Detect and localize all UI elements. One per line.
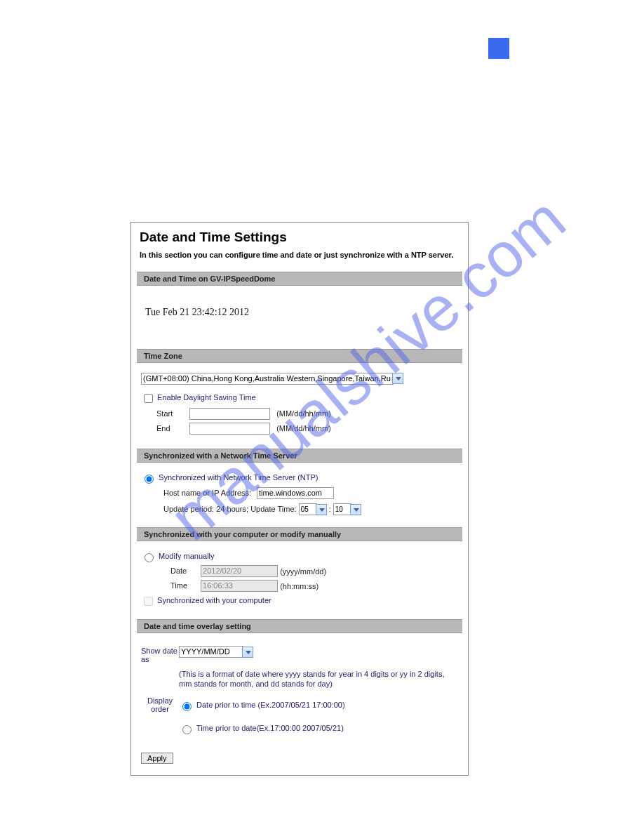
manual-radio[interactable] — [145, 553, 154, 562]
section-header-ntp: Synchronized with a Network Time Server — [137, 449, 462, 463]
manual-date-label: Date — [170, 567, 199, 575]
manual-time-input[interactable] — [201, 580, 278, 592]
section-header-current: Date and Time on GV-IPSpeedDome — [137, 272, 462, 286]
enable-dst-checkbox[interactable] — [144, 394, 153, 403]
current-datetime: Tue Feb 21 23:42:12 2012 — [137, 294, 462, 346]
ntp-host-label: Host name or IP Address: — [163, 489, 255, 497]
timezone-select[interactable] — [141, 373, 394, 385]
settings-panel: Date and Time Settings In this section y… — [130, 222, 469, 776]
section-header-overlay: Date and time overlay setting — [137, 619, 462, 633]
sync-computer-checkbox[interactable] — [144, 597, 153, 606]
ntp-hour-select[interactable] — [299, 503, 317, 515]
dst-end-hint: (MM/dd/hh/mm) — [276, 424, 331, 432]
chevron-down-icon[interactable] — [316, 504, 327, 515]
manual-radio-label: Modify manually — [159, 552, 214, 560]
format-hint: (This is a format of date where yyyy sta… — [137, 665, 462, 696]
date-prior-label: Date prior to time (Ex.2007/05/21 17:00:… — [196, 701, 345, 709]
chevron-down-icon[interactable] — [350, 504, 361, 515]
manual-date-input[interactable] — [201, 565, 278, 577]
date-format-select[interactable] — [179, 646, 243, 658]
intro-text: In this section you can configure time a… — [137, 249, 462, 269]
page-title: Date and Time Settings — [137, 227, 462, 249]
ntp-update-label: Update period: 24 hours; Update Time: — [163, 505, 297, 513]
sync-computer-label: Synchronized with your computer — [157, 596, 271, 604]
enable-dst-label: Enable Daylight Saving Time — [157, 393, 256, 402]
dst-start-hint: (MM/dd/hh/mm) — [276, 409, 331, 418]
chevron-down-icon[interactable] — [242, 647, 253, 658]
dst-start-label: Start — [156, 409, 187, 418]
section-header-manual: Synchronized with your computer or modif… — [137, 527, 462, 541]
show-date-label: Show date as — [141, 646, 179, 663]
time-colon: : — [329, 505, 331, 513]
dst-end-label: End — [156, 424, 187, 432]
section-header-timezone: Time Zone — [137, 349, 462, 363]
ntp-radio-label: Synchronized with Network Time Server (N… — [159, 472, 318, 481]
manual-time-label: Time — [170, 581, 199, 590]
ntp-radio[interactable] — [145, 475, 154, 484]
chevron-down-icon[interactable] — [392, 373, 403, 384]
display-order-label: Display order — [141, 696, 179, 743]
time-prior-radio[interactable] — [182, 725, 192, 734]
apply-button[interactable]: Apply — [141, 753, 173, 764]
date-prior-radio[interactable] — [182, 702, 192, 711]
manual-date-hint: (yyyy/mm/dd) — [280, 567, 326, 575]
ntp-host-input[interactable] — [257, 487, 334, 499]
dst-end-input[interactable] — [189, 423, 270, 435]
decorative-square — [488, 38, 509, 59]
dst-start-input[interactable] — [189, 408, 270, 420]
manual-time-hint: (hh:mm:ss) — [280, 581, 318, 590]
time-prior-label: Time prior to date(Ex.17:00:00 2007/05/2… — [196, 724, 344, 732]
ntp-minute-select[interactable] — [333, 503, 351, 515]
